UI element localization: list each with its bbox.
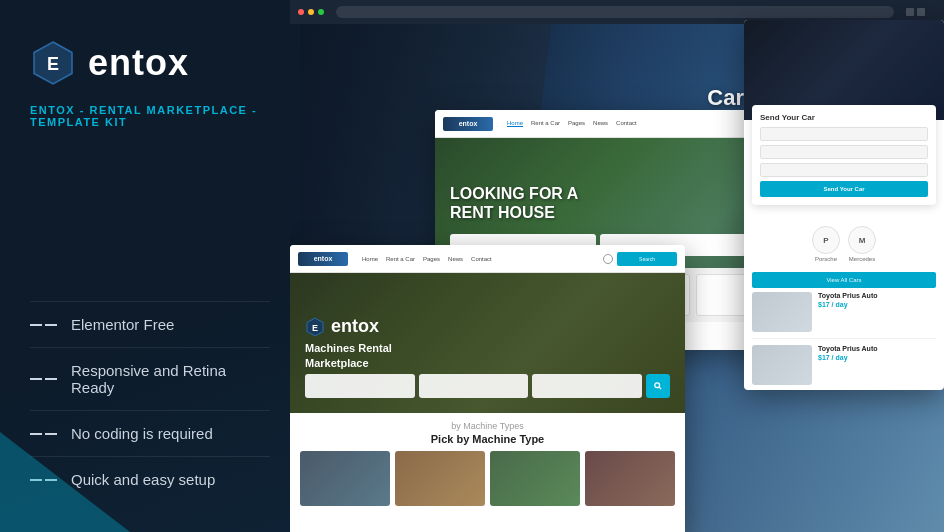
feature-item: Responsive and Retina Ready: [30, 347, 270, 410]
machines-logo: entox: [298, 252, 348, 266]
car-listing-price: $17 / day: [818, 354, 936, 361]
machines-search-box[interactable]: Search: [617, 252, 677, 266]
car-form-field-1: [760, 127, 928, 141]
car-listing-item: Toyota Prius Auto $17 / day: [752, 345, 936, 390]
logo-hex: E: [30, 40, 76, 86]
svg-text:E: E: [312, 323, 318, 333]
machines-search-input-1: [305, 374, 415, 398]
machines-bottom: by Machine Types Pick by Machine Type: [290, 413, 685, 514]
machines-search-input-3: [532, 374, 642, 398]
machines-hero: E entox Machines Rental Marketplace: [290, 273, 685, 413]
brand-name: entox: [88, 42, 189, 84]
deco-triangle: [0, 432, 130, 532]
car-listing-price: $17 / day: [818, 301, 936, 308]
machines-logo-overlay: E entox: [305, 316, 670, 337]
machines-search-bar: [305, 374, 670, 398]
machines-search-btn[interactable]: [646, 374, 670, 398]
browser-controls: [906, 8, 936, 16]
machines-section-subtitle: by Machine Types: [300, 421, 675, 431]
car-form: Send Your Car Send Your Car: [752, 105, 936, 205]
house-nav-item: Contact: [616, 120, 637, 127]
machines-search-input-2: [419, 374, 529, 398]
machines-card: [490, 451, 580, 506]
machines-screenshot: entox Home Rent a Car Pages News Contact…: [290, 245, 685, 532]
car-brands: P Porsche M Mercedes: [744, 220, 944, 268]
machines-section-title: Pick by Machine Type: [300, 433, 675, 445]
brand-name-label: Mercedes: [849, 256, 875, 262]
machines-nav-item: Rent a Car: [386, 256, 415, 262]
car-listing-info: Toyota Prius Auto $17 / day: [818, 345, 936, 385]
machines-search-icon: [603, 254, 613, 264]
svg-text:E: E: [47, 54, 59, 74]
feature-dash: [30, 378, 57, 380]
machines-nav-item: Pages: [423, 256, 440, 262]
machines-hero-tagline: Machines Rental Marketplace: [305, 341, 670, 370]
porsche-logo: P: [812, 226, 840, 254]
house-nav-item: Rent a Car: [531, 120, 560, 127]
feature-label: Elementor Free: [71, 316, 174, 333]
house-logo: entox: [443, 117, 493, 131]
browser-ctrl: [906, 8, 914, 16]
search-submit-icon: [654, 382, 662, 390]
machines-nav: Home Rent a Car Pages News Contact: [362, 256, 492, 262]
car-form-field-2: [760, 145, 928, 159]
car-listing-info: Toyota Prius Auto $17 / day: [818, 292, 936, 332]
svg-marker-2: [0, 432, 130, 532]
car-right-screenshot: Send Your Car Send Your Car P Porsche M …: [744, 20, 944, 390]
feature-label: Responsive and Retina Ready: [71, 362, 270, 396]
browser-dot-close: [298, 9, 304, 15]
house-nav-item: Pages: [568, 120, 585, 127]
logo-area: E entox: [30, 40, 270, 86]
machines-brand-name: entox: [331, 316, 379, 337]
machines-search-row: Search: [603, 252, 677, 266]
address-bar: [336, 6, 894, 18]
feature-item: Elementor Free: [30, 301, 270, 347]
machines-card: [585, 451, 675, 506]
brand-tagline: ENTOX - RENTAL MARKETPLACE - TEMPLATE KI…: [30, 104, 270, 128]
svg-line-6: [659, 387, 661, 389]
house-hero-text: LOOKING FOR A RENT HOUSE: [450, 184, 578, 222]
machines-card: [395, 451, 485, 506]
brand-name-label: Porsche: [815, 256, 837, 262]
svg-point-5: [655, 383, 660, 388]
view-all-btn[interactable]: View All Cars: [752, 272, 936, 288]
left-panel: E entox ENTOX - RENTAL MARKETPLACE - TEM…: [0, 0, 300, 532]
car-brand-item: P Porsche: [812, 226, 840, 262]
machines-nav-item: Contact: [471, 256, 492, 262]
house-nav-item: Home: [507, 120, 523, 127]
browser-dot-min: [308, 9, 314, 15]
right-area: Global Online Car Rental Services entox …: [290, 0, 944, 532]
house-nav: Home Rent a Car Pages News Contact: [507, 120, 637, 127]
browser-dot-max: [318, 9, 324, 15]
machines-logo-hex-icon: E: [305, 317, 325, 337]
car-listing-title: Toyota Prius Auto: [818, 345, 936, 352]
car-listing-title: Toyota Prius Auto: [818, 292, 936, 299]
car-listing-image: [752, 292, 812, 332]
machines-cards: [300, 451, 675, 506]
car-brand-item: M Mercedes: [848, 226, 876, 262]
car-listing-item: Toyota Prius Auto $17 / day: [752, 292, 936, 339]
browser-ctrl: [917, 8, 925, 16]
house-hero-title: LOOKING FOR A RENT HOUSE: [450, 184, 578, 222]
mercedes-logo: M: [848, 226, 876, 254]
car-listings: Toyota Prius Auto $17 / day Toyota Prius…: [744, 292, 944, 390]
car-form-field-3: [760, 163, 928, 177]
machines-card: [300, 451, 390, 506]
house-nav-item: News: [593, 120, 608, 127]
car-form-submit[interactable]: Send Your Car: [760, 181, 928, 197]
car-form-title: Send Your Car: [760, 113, 928, 122]
feature-dash: [30, 324, 57, 326]
car-listing-image: [752, 345, 812, 385]
machines-header: entox Home Rent a Car Pages News Contact…: [290, 245, 685, 273]
machines-nav-item: Home: [362, 256, 378, 262]
machines-nav-item: News: [448, 256, 463, 262]
